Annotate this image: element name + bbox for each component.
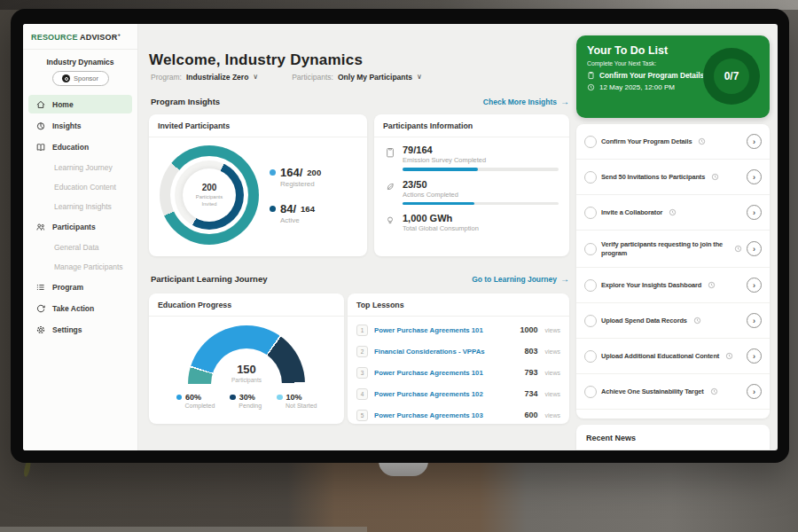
task-row[interactable]: Complete Your Learning Journey › xyxy=(576,410,770,419)
task-checkbox[interactable] xyxy=(584,279,597,292)
active-total: 164 xyxy=(301,204,315,214)
check-more-insights-link[interactable]: Check More Insights → xyxy=(483,98,569,106)
sidebar-item-label: Insights xyxy=(52,121,82,130)
sidebar-item-label: Home xyxy=(52,100,74,109)
sidebar-item-education[interactable]: Education xyxy=(28,137,132,156)
task-row[interactable]: Send 50 Invitations to Participants › xyxy=(576,160,770,195)
task-open-button[interactable]: › xyxy=(747,278,762,293)
invited-total: 200 xyxy=(202,183,217,192)
actions-progress-track xyxy=(403,202,559,206)
sidebar-item-label: General Data xyxy=(54,243,99,252)
lesson-title-link[interactable]: Power Purchase Agreements 101 xyxy=(374,369,518,377)
task-open-button[interactable]: › xyxy=(747,205,762,220)
lesson-title-link[interactable]: Power Purchase Agreements 102 xyxy=(374,390,518,398)
go-to-learning-journey-link[interactable]: Go to Learning Journey → xyxy=(472,275,569,284)
task-label: Upload Spend Data Records xyxy=(601,317,687,325)
arrow-right-icon: → xyxy=(560,275,569,284)
sidebar-item-settings[interactable]: Settings xyxy=(28,320,132,339)
sidebar-item-learning-journey[interactable]: Learning Journey xyxy=(28,159,132,176)
education-progress-card: Education Progress 150 Participants 60% … xyxy=(149,293,344,424)
chevron-right-icon: › xyxy=(753,352,755,361)
sidebar-item-manage-participants[interactable]: Manage Participants xyxy=(28,258,132,275)
task-open-button[interactable]: › xyxy=(747,241,762,256)
active-dot-icon xyxy=(270,206,276,212)
arrow-right-icon: → xyxy=(560,98,569,106)
task-label: Send 50 Invitations to Participants xyxy=(601,173,705,182)
sidebar-item-participants[interactable]: Participants xyxy=(28,217,132,236)
task-open-button[interactable]: › xyxy=(747,348,762,364)
task-checkbox[interactable] xyxy=(584,315,597,327)
invited-participants-card: Invited Participants 200 Participants In… xyxy=(149,114,367,256)
sidebar-item-label: Settings xyxy=(52,325,82,334)
lesson-row: 1 Power Purchase Agreements 101 1000 vie… xyxy=(356,319,560,340)
legend-item-pending: 30% Pending xyxy=(230,393,262,409)
education-progress-title: Education Progress xyxy=(149,293,344,317)
task-checkbox[interactable] xyxy=(584,350,597,363)
learning-journey-heading: Participant Learning Journey xyxy=(151,274,267,284)
lesson-views-suffix: views xyxy=(544,370,560,376)
chevron-right-icon: › xyxy=(753,317,755,325)
sidebar-item-label: Program xyxy=(52,283,83,292)
chevron-down-icon: ∨ xyxy=(417,74,422,81)
actions-row: 23/50 Actions Completed xyxy=(385,179,559,206)
lesson-title-link[interactable]: Power Purchase Agreements 101 xyxy=(374,326,513,334)
logo-plus: + xyxy=(117,32,121,37)
chevron-right-icon: › xyxy=(753,245,755,254)
lesson-views: 793 xyxy=(524,368,537,377)
task-row[interactable]: Explore Your Insights Dashboard › xyxy=(576,268,770,303)
consumption-label: Total Global Consumption xyxy=(403,224,479,232)
sidebar-item-general-data[interactable]: General Data xyxy=(28,239,132,255)
lesson-title-link[interactable]: Financial Considerations - VPPAs xyxy=(374,348,518,356)
top-lessons-card: Top Lessons 1 Power Purchase Agreements … xyxy=(348,293,569,424)
program-filter[interactable]: Program: Industrialize Zero ∨ xyxy=(151,73,258,82)
sidebar-item-learning-insights[interactable]: Learning Insights xyxy=(28,198,132,215)
task-open-button[interactable]: › xyxy=(747,134,762,149)
logo-text-resource: RESOURCE xyxy=(31,33,78,42)
lesson-views: 600 xyxy=(524,411,537,419)
chevron-right-icon: › xyxy=(753,387,755,396)
invited-total-label: Participants Invited xyxy=(189,194,230,208)
task-row[interactable]: Upload Additional Educational Content › xyxy=(576,339,770,374)
education-progress-legend: 60% Completed 30% Pending 10% Not Starte… xyxy=(176,393,317,409)
task-checkbox[interactable] xyxy=(584,136,597,148)
task-info-icon xyxy=(698,137,706,145)
invited-participants-legend: 164/200 Registered 84/164 Active xyxy=(270,166,321,224)
task-checkbox[interactable] xyxy=(584,207,597,219)
task-row[interactable]: Confirm Your Program Details › xyxy=(576,124,770,160)
sidebar-item-home[interactable]: Home xyxy=(28,95,132,113)
sidebar-item-label: Learning Journey xyxy=(54,163,113,172)
lesson-rank-badge: 2 xyxy=(356,346,368,357)
task-label: Achieve One Sustainability Target xyxy=(601,387,704,396)
task-row[interactable]: Invite a Collaborator › xyxy=(576,195,770,231)
participants-filter[interactable]: Participants: Only My Participants ∨ xyxy=(292,73,422,82)
lesson-row: 2 Financial Considerations - VPPAs 803 v… xyxy=(356,340,560,362)
task-row[interactable]: Achieve One Sustainability Target › xyxy=(576,374,770,410)
registered-dot-icon xyxy=(270,169,276,176)
program-filter-value: Industrialize Zero xyxy=(186,73,248,82)
check-more-insights-label: Check More Insights xyxy=(483,98,557,106)
legend-item-completed: 60% Completed xyxy=(176,393,215,409)
task-row[interactable]: Upload Spend Data Records › xyxy=(576,303,770,339)
pending-label: Pending xyxy=(239,403,262,409)
lesson-views: 1000 xyxy=(520,325,537,334)
sidebar-item-insights[interactable]: Insights xyxy=(28,116,132,135)
lesson-rank-badge: 3 xyxy=(356,367,368,379)
task-checkbox[interactable] xyxy=(584,243,597,255)
task-open-button[interactable]: › xyxy=(747,384,762,399)
lesson-rank-badge: 5 xyxy=(356,410,368,421)
actions-progress-fill xyxy=(403,202,474,206)
lesson-title-link[interactable]: Power Purchase Agreements 103 xyxy=(374,411,518,419)
sidebar-item-program[interactable]: Program xyxy=(28,278,132,296)
medal-icon xyxy=(62,74,70,82)
task-checkbox[interactable] xyxy=(584,386,597,398)
sidebar-item-education-content[interactable]: Education Content xyxy=(28,178,132,195)
todo-next-task: Confirm Your Program Details xyxy=(599,71,704,80)
clock-icon xyxy=(587,83,595,91)
task-open-button[interactable]: › xyxy=(747,313,762,328)
sidebar-item-take-action[interactable]: Take Action xyxy=(28,299,132,317)
task-row[interactable]: Verify participants requesting to join t… xyxy=(576,231,770,268)
task-open-button[interactable]: › xyxy=(747,169,762,184)
program-filter-label: Program: xyxy=(151,73,182,82)
legend-item-not-started: 10% Not Started xyxy=(277,393,317,409)
task-checkbox[interactable] xyxy=(584,171,597,184)
